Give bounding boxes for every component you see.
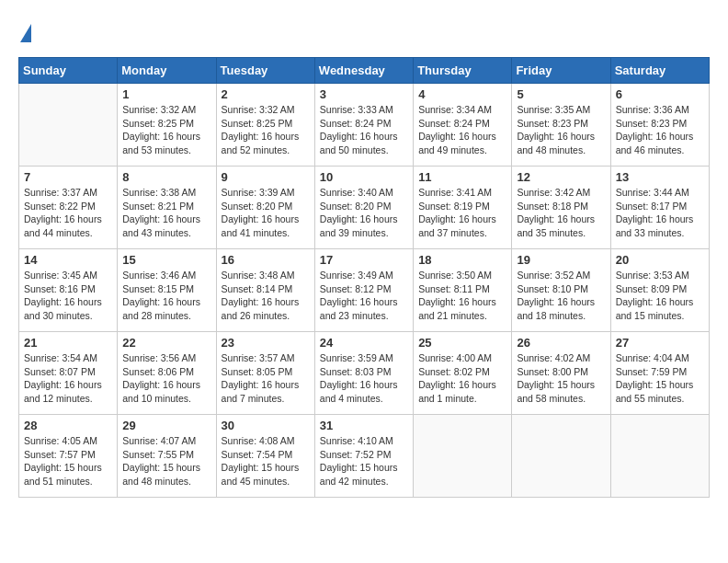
calendar-week-row: 21Sunrise: 3:54 AMSunset: 8:07 PMDayligh… [19, 332, 710, 415]
calendar-cell: 31Sunrise: 4:10 AMSunset: 7:52 PMDayligh… [314, 415, 413, 498]
day-number: 9 [222, 170, 310, 184]
cell-content: Sunrise: 3:36 AMSunset: 8:23 PMDaylight:… [616, 103, 704, 157]
calendar-cell: 23Sunrise: 3:57 AMSunset: 8:05 PMDayligh… [216, 332, 314, 415]
cell-content: Sunrise: 3:59 AMSunset: 8:03 PMDaylight:… [320, 351, 408, 406]
day-number: 26 [517, 336, 605, 350]
calendar-cell: 5Sunrise: 3:35 AMSunset: 8:23 PMDaylight… [512, 84, 610, 167]
calendar-cell: 22Sunrise: 3:56 AMSunset: 8:06 PMDayligh… [118, 332, 216, 415]
calendar-cell [512, 415, 610, 498]
calendar-cell: 20Sunrise: 3:53 AMSunset: 8:09 PMDayligh… [610, 249, 709, 332]
calendar-cell [19, 84, 118, 167]
cell-content: Sunrise: 3:38 AMSunset: 8:21 PMDaylight:… [122, 186, 210, 240]
cell-content: Sunrise: 3:50 AMSunset: 8:11 PMDaylight:… [418, 269, 506, 323]
calendar-week-row: 1Sunrise: 3:32 AMSunset: 8:25 PMDaylight… [19, 84, 710, 167]
day-number: 20 [616, 253, 704, 267]
day-number: 12 [517, 170, 605, 184]
calendar-table: SundayMondayTuesdayWednesdayThursdayFrid… [18, 57, 710, 498]
day-number: 16 [222, 253, 310, 267]
day-number: 19 [517, 253, 605, 267]
calendar-cell: 13Sunrise: 3:44 AMSunset: 8:17 PMDayligh… [610, 167, 709, 249]
calendar-cell [610, 415, 709, 498]
day-number: 11 [418, 170, 506, 184]
cell-content: Sunrise: 4:04 AMSunset: 7:59 PMDaylight:… [616, 351, 704, 406]
calendar-cell: 2Sunrise: 3:32 AMSunset: 8:25 PMDaylight… [216, 84, 314, 167]
calendar-header-row: SundayMondayTuesdayWednesdayThursdayFrid… [19, 58, 710, 84]
day-of-week-header: Monday [118, 58, 216, 84]
calendar-cell: 10Sunrise: 3:40 AMSunset: 8:20 PMDayligh… [314, 167, 413, 249]
calendar-cell: 4Sunrise: 3:34 AMSunset: 8:24 PMDaylight… [414, 84, 512, 167]
cell-content: Sunrise: 3:49 AMSunset: 8:12 PMDaylight:… [320, 269, 408, 323]
calendar-cell: 29Sunrise: 4:07 AMSunset: 7:55 PMDayligh… [118, 415, 216, 498]
cell-content: Sunrise: 3:46 AMSunset: 8:15 PMDaylight:… [122, 269, 210, 323]
calendar-cell: 24Sunrise: 3:59 AMSunset: 8:03 PMDayligh… [314, 332, 413, 415]
calendar-cell: 16Sunrise: 3:48 AMSunset: 8:14 PMDayligh… [216, 249, 314, 332]
day-number: 17 [320, 253, 408, 267]
day-number: 10 [320, 170, 408, 184]
cell-content: Sunrise: 3:39 AMSunset: 8:20 PMDaylight:… [222, 186, 310, 240]
calendar-cell: 17Sunrise: 3:49 AMSunset: 8:12 PMDayligh… [314, 249, 413, 332]
cell-content: Sunrise: 3:56 AMSunset: 8:06 PMDaylight:… [122, 351, 210, 406]
cell-content: Sunrise: 4:02 AMSunset: 8:00 PMDaylight:… [517, 351, 605, 406]
calendar-cell: 11Sunrise: 3:41 AMSunset: 8:19 PMDayligh… [414, 167, 512, 249]
cell-content: Sunrise: 3:32 AMSunset: 8:25 PMDaylight:… [122, 103, 210, 157]
day-number: 15 [122, 253, 210, 267]
logo-triangle-icon [20, 24, 31, 42]
cell-content: Sunrise: 3:37 AMSunset: 8:22 PMDaylight:… [24, 186, 112, 240]
day-number: 27 [616, 336, 704, 350]
calendar-cell: 6Sunrise: 3:36 AMSunset: 8:23 PMDaylight… [610, 84, 709, 167]
day-number: 21 [24, 336, 112, 350]
day-of-week-header: Tuesday [216, 58, 314, 84]
calendar-week-row: 7Sunrise: 3:37 AMSunset: 8:22 PMDaylight… [19, 167, 710, 249]
cell-content: Sunrise: 3:41 AMSunset: 8:19 PMDaylight:… [418, 186, 506, 240]
cell-content: Sunrise: 3:57 AMSunset: 8:05 PMDaylight:… [222, 351, 310, 406]
calendar-cell: 3Sunrise: 3:33 AMSunset: 8:24 PMDaylight… [314, 84, 413, 167]
day-of-week-header: Sunday [19, 58, 118, 84]
calendar-cell: 1Sunrise: 3:32 AMSunset: 8:25 PMDaylight… [118, 84, 216, 167]
day-of-week-header: Thursday [414, 58, 512, 84]
day-number: 30 [222, 419, 310, 432]
cell-content: Sunrise: 3:34 AMSunset: 8:24 PMDaylight:… [418, 103, 506, 157]
calendar-cell: 27Sunrise: 4:04 AMSunset: 7:59 PMDayligh… [610, 332, 709, 415]
calendar-cell: 21Sunrise: 3:54 AMSunset: 8:07 PMDayligh… [19, 332, 118, 415]
cell-content: Sunrise: 3:53 AMSunset: 8:09 PMDaylight:… [616, 269, 704, 323]
calendar-cell: 18Sunrise: 3:50 AMSunset: 8:11 PMDayligh… [414, 249, 512, 332]
calendar-week-row: 28Sunrise: 4:05 AMSunset: 7:57 PMDayligh… [19, 415, 710, 498]
day-number: 5 [517, 87, 605, 101]
cell-content: Sunrise: 4:10 AMSunset: 7:52 PMDaylight:… [320, 434, 408, 488]
day-number: 29 [122, 419, 210, 432]
cell-content: Sunrise: 4:08 AMSunset: 7:54 PMDaylight:… [222, 434, 310, 488]
day-number: 25 [418, 336, 506, 350]
cell-content: Sunrise: 3:33 AMSunset: 8:24 PMDaylight:… [320, 103, 408, 157]
day-number: 7 [24, 170, 112, 184]
cell-content: Sunrise: 4:07 AMSunset: 7:55 PMDaylight:… [122, 434, 210, 488]
calendar-cell: 28Sunrise: 4:05 AMSunset: 7:57 PMDayligh… [19, 415, 118, 498]
day-number: 6 [616, 87, 704, 101]
cell-content: Sunrise: 3:42 AMSunset: 8:18 PMDaylight:… [517, 186, 605, 240]
calendar-cell: 15Sunrise: 3:46 AMSunset: 8:15 PMDayligh… [118, 249, 216, 332]
cell-content: Sunrise: 3:45 AMSunset: 8:16 PMDaylight:… [24, 269, 112, 323]
day-number: 18 [418, 253, 506, 267]
cell-content: Sunrise: 4:00 AMSunset: 8:02 PMDaylight:… [418, 351, 506, 406]
day-number: 23 [222, 336, 310, 350]
calendar-cell: 9Sunrise: 3:39 AMSunset: 8:20 PMDaylight… [216, 167, 314, 249]
day-number: 24 [320, 336, 408, 350]
cell-content: Sunrise: 3:52 AMSunset: 8:10 PMDaylight:… [517, 269, 605, 323]
day-number: 4 [418, 87, 506, 101]
calendar-cell: 30Sunrise: 4:08 AMSunset: 7:54 PMDayligh… [216, 415, 314, 498]
calendar-cell: 14Sunrise: 3:45 AMSunset: 8:16 PMDayligh… [19, 249, 118, 332]
day-number: 22 [122, 336, 210, 350]
page-header [18, 18, 710, 42]
calendar-cell [414, 415, 512, 498]
calendar-cell: 19Sunrise: 3:52 AMSunset: 8:10 PMDayligh… [512, 249, 610, 332]
day-number: 28 [24, 419, 112, 432]
cell-content: Sunrise: 3:40 AMSunset: 8:20 PMDaylight:… [320, 186, 408, 240]
calendar-cell: 26Sunrise: 4:02 AMSunset: 8:00 PMDayligh… [512, 332, 610, 415]
cell-content: Sunrise: 3:48 AMSunset: 8:14 PMDaylight:… [222, 269, 310, 323]
logo-text-block [18, 18, 33, 42]
day-of-week-header: Saturday [610, 58, 709, 84]
day-number: 1 [122, 87, 210, 101]
cell-content: Sunrise: 3:44 AMSunset: 8:17 PMDaylight:… [616, 186, 704, 240]
calendar-cell: 8Sunrise: 3:38 AMSunset: 8:21 PMDaylight… [118, 167, 216, 249]
calendar-cell: 7Sunrise: 3:37 AMSunset: 8:22 PMDaylight… [19, 167, 118, 249]
cell-content: Sunrise: 4:05 AMSunset: 7:57 PMDaylight:… [24, 434, 112, 488]
